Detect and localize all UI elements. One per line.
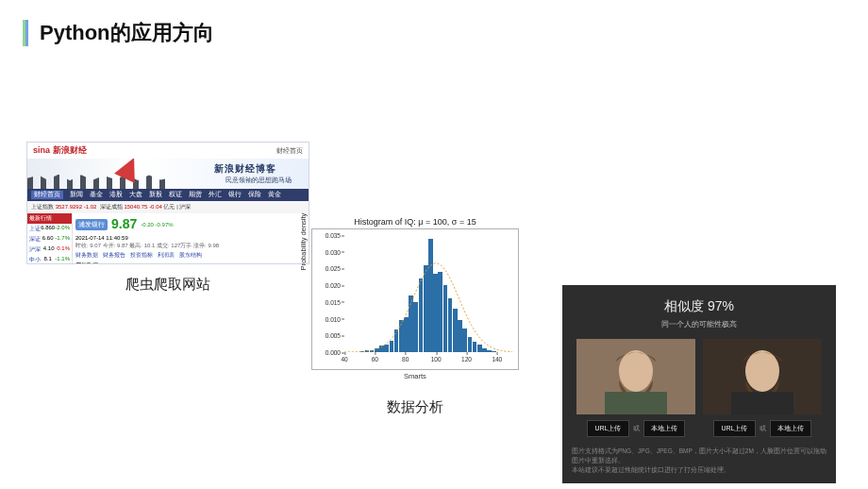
x-axis-label: Smarts: [404, 372, 426, 380]
photo-card-right: URL上传 或 本地上传: [703, 339, 822, 437]
caption-crawler: 爬虫爬取网站: [125, 276, 210, 294]
subnav-item[interactable]: 股东结构: [179, 251, 202, 259]
histogram-bar: [453, 309, 458, 352]
nav-item[interactable]: 银行: [228, 191, 242, 199]
similarity-sub: 同一个人的可能性极高: [572, 319, 826, 329]
subnav-item[interactable]: 利润表: [158, 251, 175, 259]
year-link[interactable]: 2019: [132, 261, 144, 264]
y-tick: 0.005: [326, 332, 341, 339]
year-link[interactable]: 2013: [231, 261, 243, 264]
y-tick: 0.010: [326, 315, 341, 322]
y-tick: 0.020: [326, 282, 341, 289]
side-row: 深证6.60-1.7%: [27, 234, 72, 244]
panel-crawler: sina 新浪财经 财经首页 新浪财经博客 民意领袖的思想跑马场 财经首页新闻基…: [26, 142, 309, 294]
banner-sub: 民意领袖的思想跑马场: [225, 176, 292, 185]
svg-point-4: [745, 350, 779, 392]
face-compare-widget: 相似度 97% 同一个人的可能性极高 URL上传 或 本地上传: [562, 285, 836, 483]
histogram-bar: [399, 320, 404, 352]
local-upload-button-right[interactable]: 本地上传: [770, 420, 811, 437]
subnav-item[interactable]: 财务报告: [103, 251, 125, 259]
histogram-bar: [477, 345, 482, 352]
year-link[interactable]: 2017: [165, 261, 177, 264]
panel-analysis: Histogram of IQ: μ = 100, σ = 15 Probabi…: [311, 217, 519, 416]
year-link[interactable]: 2012: [247, 261, 259, 264]
nav-item[interactable]: 保险: [248, 191, 261, 199]
nav-item[interactable]: 黄金: [268, 191, 281, 199]
content-panel: 浦发银行 9.87 -0.20 -0.97% 2021-07-14 11:40:…: [73, 213, 309, 264]
url-upload-button-left[interactable]: URL上传: [587, 420, 628, 437]
photo-card-left: URL上传 或 本地上传: [576, 339, 695, 437]
year-link[interactable]: 2011: [263, 261, 275, 264]
nav-item[interactable]: 基金: [90, 191, 103, 199]
or-label: 或: [760, 424, 766, 433]
nav-item[interactable]: 新闻: [70, 191, 83, 199]
y-tick: 0.015: [326, 298, 341, 305]
histogram-bar: [462, 329, 467, 352]
nav-right: 财经首页: [276, 146, 303, 156]
slide-title: Python的应用方向: [40, 19, 214, 47]
year-link[interactable]: 2020: [116, 261, 128, 264]
x-tick: 140: [492, 356, 502, 363]
x-tick: 80: [402, 356, 409, 363]
side-row: 沪深4.100.1%: [27, 244, 72, 255]
y-tick: 0.030: [326, 248, 341, 255]
year-link[interactable]: 2018: [149, 261, 161, 264]
side-panel: 最新行情 上证6.860-2.0%深证6.60-1.7%沪深4.100.1%中小…: [27, 213, 73, 264]
nav-item[interactable]: 权证: [169, 191, 182, 199]
banner-title: 新浪财经博客: [214, 162, 276, 176]
histogram-bar: [492, 351, 496, 352]
similarity-score: 相似度 97%: [572, 298, 826, 315]
year-link[interactable]: 2014: [214, 261, 226, 264]
x-tick: 100: [431, 356, 442, 363]
or-label: 或: [633, 424, 640, 433]
histogram-bar: [424, 265, 428, 352]
local-upload-button-left[interactable]: 本地上传: [643, 420, 685, 437]
x-tick: 60: [372, 356, 378, 363]
finance-nav: 财经首页新闻基金港股大盘新股权证期货外汇银行保险黄金: [27, 189, 309, 201]
face-photo-right: [703, 339, 822, 414]
title-bar: Python的应用方向: [0, 0, 868, 47]
year-link[interactable]: 2021: [100, 261, 112, 264]
face-photo-left: [576, 339, 695, 414]
histogram-bar: [473, 342, 477, 352]
site-logo: sina 新浪财经: [33, 144, 87, 157]
nav-item[interactable]: 大盘: [129, 191, 142, 199]
histogram-bar: [370, 350, 375, 352]
nav-item[interactable]: 新股: [149, 191, 162, 199]
histogram-bar: [438, 272, 442, 352]
histogram-bar: [433, 274, 438, 352]
histogram-bar: [390, 341, 394, 352]
year-link[interactable]: 2015: [198, 261, 210, 264]
y-tick: 0.000: [326, 349, 341, 356]
histogram-bar: [375, 348, 379, 352]
histogram-bar: [413, 302, 418, 352]
histogram-bar: [384, 345, 389, 353]
year-link[interactable]: 2016: [181, 261, 193, 264]
histogram-bar: [458, 320, 462, 352]
nav-item[interactable]: 财经首页: [31, 191, 63, 199]
nav-item[interactable]: 期货: [189, 191, 202, 199]
banner: 新浪财经博客 民意领袖的思想跑马场: [27, 159, 309, 189]
histogram-bar: [468, 337, 473, 352]
subnav-item[interactable]: 投资指标: [130, 251, 153, 259]
chart-title: Histogram of IQ: μ = 100, σ = 15: [311, 217, 519, 227]
histogram-bar: [487, 350, 492, 352]
svg-rect-5: [731, 392, 793, 414]
subnav-item[interactable]: 财务数据: [75, 251, 98, 259]
svg-rect-2: [605, 392, 667, 414]
histogram-bar: [419, 278, 424, 352]
nav-item[interactable]: 港股: [109, 191, 123, 199]
x-tick: 120: [461, 356, 472, 363]
accent-icon: [23, 20, 28, 46]
nav-item[interactable]: 外汇: [209, 191, 222, 199]
caption-analysis: 数据分析: [387, 398, 443, 416]
y-tick: 0.025: [326, 265, 341, 272]
url-upload-button-right[interactable]: URL上传: [713, 420, 755, 437]
histogram-bar: [428, 239, 433, 352]
x-tick: 40: [341, 356, 347, 363]
side-row: 上证6.860-2.0%: [27, 224, 72, 234]
ticker: 上证指数 3527.9292 -1.02 深证成指 15040.75 -0.04…: [27, 201, 309, 213]
histogram-bar: [394, 329, 399, 352]
histogram-bar: [409, 295, 413, 352]
footnote: 图片支持格式为PNG、JPG、JPEG、BMP，图片大小不超过2M，人脸图片位置…: [572, 447, 826, 474]
